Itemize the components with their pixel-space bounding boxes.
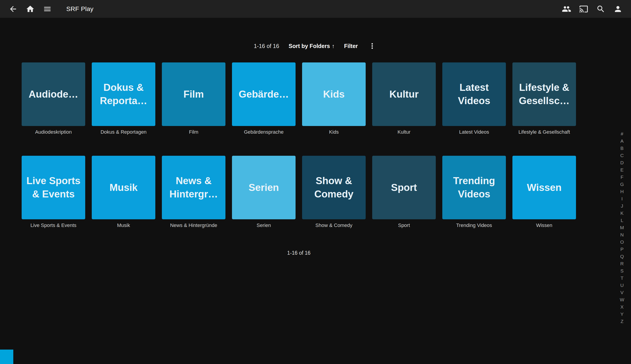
library-card-caption[interactable]: Live Sports & Events [22, 222, 85, 228]
library-tile[interactable]: Dokus & Reporta… [92, 62, 155, 126]
library-card-caption[interactable]: Dokus & Reportagen [92, 129, 155, 135]
cast-button[interactable] [579, 4, 588, 14]
alphabet-letter[interactable]: C [620, 153, 624, 158]
page-title: SRF Play [66, 6, 94, 12]
alphabet-letter[interactable]: O [620, 240, 624, 244]
user-button[interactable] [613, 4, 623, 14]
library-card-caption[interactable]: Serien [232, 222, 296, 228]
library-tile[interactable]: Serien [232, 156, 296, 219]
alphabet-letter[interactable]: K [620, 211, 624, 216]
app-bar: SRF Play [0, 0, 631, 18]
library-card[interactable]: Lifestyle & Gesellsc…Lifestyle & Gesells… [512, 62, 576, 135]
library-card-caption[interactable]: Wissen [512, 222, 576, 228]
library-card-caption[interactable]: Trending Videos [442, 222, 506, 228]
library-tile[interactable]: Kultur [372, 62, 436, 126]
library-tile-title: Wissen [527, 181, 562, 194]
library-card[interactable]: Latest VideosLatest Videos [442, 62, 506, 135]
cast-icon [579, 4, 588, 14]
alphabet-letter[interactable]: D [620, 160, 624, 165]
library-card[interactable]: Live Sports & EventsLive Sports & Events [22, 156, 85, 228]
library-tile[interactable]: Musik [92, 156, 155, 219]
library-card[interactable]: SerienSerien [232, 156, 296, 228]
people-icon [562, 4, 571, 14]
more-button[interactable] [367, 41, 377, 51]
alphabet-letter[interactable]: E [620, 168, 624, 172]
library-tile-title: Musik [110, 181, 138, 194]
bottom-left-accent [0, 350, 13, 364]
filter-button[interactable]: Filter [344, 43, 358, 49]
alphabet-letter[interactable]: I [621, 196, 623, 201]
more-vert-icon [368, 42, 376, 50]
library-card[interactable]: SportSport [372, 156, 436, 228]
library-card[interactable]: News & Hintergr…News & Hintergründe [162, 156, 226, 228]
library-card-caption[interactable]: Show & Comedy [302, 222, 366, 228]
library-tile[interactable]: Latest Videos [442, 62, 506, 126]
library-card-caption[interactable]: Latest Videos [442, 129, 506, 135]
library-card-caption[interactable]: Sport [372, 222, 436, 228]
library-card[interactable]: Gebärde…Gebärdensprache [232, 62, 296, 135]
library-tile-title: Dokus & Reporta… [95, 81, 152, 107]
library-card[interactable]: Trending VideosTrending Videos [442, 156, 506, 228]
library-tile[interactable]: Gebärde… [232, 62, 296, 126]
library-card[interactable]: Show & ComedyShow & Comedy [302, 156, 366, 228]
sort-ascending-icon: ↑ [332, 43, 335, 49]
library-tile[interactable]: Live Sports & Events [22, 156, 85, 219]
syncplay-button[interactable] [562, 4, 572, 14]
library-card-caption[interactable]: Audiodeskription [22, 129, 85, 135]
alphabet-letter[interactable]: F [621, 175, 624, 180]
alphabet-letter[interactable]: U [620, 283, 624, 288]
library-tile[interactable]: Show & Comedy [302, 156, 366, 219]
library-card-caption[interactable]: Gebärdensprache [232, 129, 296, 135]
paging-info: 1-16 of 16 [254, 43, 279, 49]
search-button[interactable] [596, 4, 606, 14]
alphabet-letter[interactable]: R [620, 261, 624, 266]
alphabet-letter[interactable]: T [621, 276, 624, 280]
alphabet-letter[interactable]: M [620, 225, 624, 230]
alphabet-letter[interactable]: W [620, 297, 624, 302]
library-card[interactable]: FilmFilm [162, 62, 226, 135]
library-card[interactable]: MusikMusik [92, 156, 155, 228]
library-card-caption[interactable]: Lifestyle & Gesellschaft [512, 129, 576, 135]
alphabet-letter[interactable]: S [620, 268, 624, 273]
home-button[interactable] [25, 4, 35, 14]
library-card[interactable]: Audiode…Audiodeskription [22, 62, 85, 135]
library-card[interactable]: WissenWissen [512, 156, 576, 228]
alphabet-letter[interactable]: H [620, 189, 624, 194]
alphabet-letter[interactable]: L [621, 218, 623, 223]
alphabet-letter[interactable]: Z [621, 319, 624, 324]
sort-button[interactable]: Sort by Folders ↑ [288, 43, 334, 49]
alphabet-letter[interactable]: P [620, 247, 624, 252]
alphabet-letter[interactable]: G [620, 182, 624, 186]
alphabet-letter[interactable]: A [620, 138, 624, 143]
back-button[interactable] [8, 4, 18, 14]
library-tile[interactable]: Wissen [512, 156, 576, 219]
library-tile[interactable]: Kids [302, 62, 366, 126]
library-tile-title: News & Hintergr… [166, 174, 222, 200]
library-tile[interactable]: News & Hintergr… [162, 156, 226, 219]
alphabet-letter[interactable]: Q [620, 254, 624, 259]
library-card-caption[interactable]: News & Hintergründe [162, 222, 226, 228]
library-tile-title: Show & Comedy [306, 174, 362, 200]
alphabet-letter[interactable]: Y [620, 312, 624, 316]
alphabet-letter[interactable]: # [621, 132, 623, 136]
alphabet-letter[interactable]: B [620, 146, 624, 150]
library-card[interactable]: Dokus & Reporta…Dokus & Reportagen [92, 62, 155, 135]
library-tile[interactable]: Trending Videos [442, 156, 506, 219]
library-tile[interactable]: Sport [372, 156, 436, 219]
alphabet-letter[interactable]: X [620, 304, 624, 309]
library-tile[interactable]: Film [162, 62, 226, 126]
alphabet-letter[interactable]: N [620, 232, 624, 237]
library-card-caption[interactable]: Kultur [372, 129, 436, 135]
library-card[interactable]: KidsKids [302, 62, 366, 135]
alphabet-letter[interactable]: V [620, 290, 624, 295]
library-card-caption[interactable]: Film [162, 129, 226, 135]
library-tile-title: Kids [323, 88, 344, 101]
alphabet-letter[interactable]: J [621, 204, 623, 208]
library-card[interactable]: KulturKultur [372, 62, 436, 135]
library-tile[interactable]: Audiode… [22, 62, 85, 126]
library-card-caption[interactable]: Musik [92, 222, 155, 228]
menu-button[interactable] [42, 4, 52, 14]
library-tile-title: Film [184, 88, 204, 101]
library-card-caption[interactable]: Kids [302, 129, 366, 135]
library-tile[interactable]: Lifestyle & Gesellsc… [512, 62, 576, 126]
